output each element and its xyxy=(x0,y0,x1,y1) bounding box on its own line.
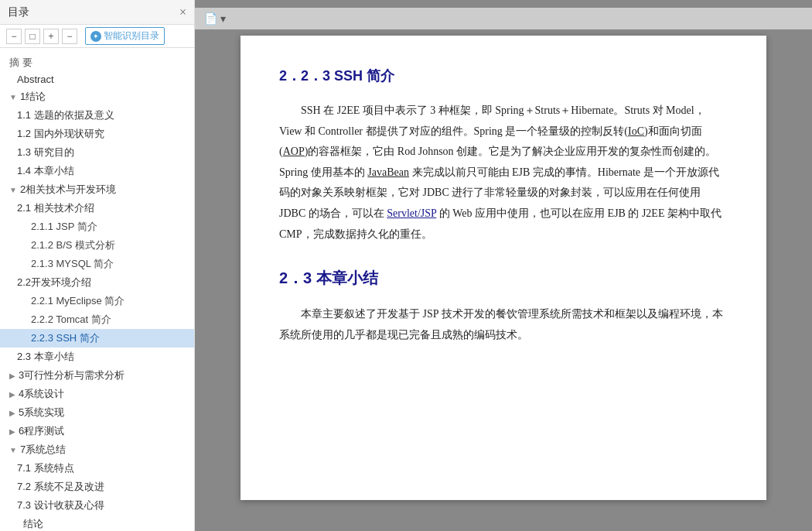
sidebar-header: 目录 × xyxy=(0,0,194,25)
section-heading-2-3: 2．3 本章小结 xyxy=(279,268,728,289)
main-content-area: 📄 ▾ 2．2．3 SSH 简介 SSH 在 J2EE 项目中表示了 3 种框架… xyxy=(195,0,812,531)
toolbar-btn-plus[interactable]: + xyxy=(43,29,59,44)
doc-icon-btn[interactable]: 📄 ▾ xyxy=(201,11,229,27)
toc-item-ch5[interactable]: ▶ 5系统实现 xyxy=(0,403,194,422)
toc-item-2-2[interactable]: 2.2开发环境介绍 xyxy=(0,273,194,292)
toolbar-btn-minus[interactable]: − xyxy=(6,29,22,44)
paragraph-2: 本章主要叙述了开发基于 JSP 技术开发的餐饮管理系统所需技术和框架以及编程环境… xyxy=(279,304,728,345)
toc-item-1-2[interactable]: 1.2 国内外现状研究 xyxy=(0,125,194,143)
toc-item-ch4[interactable]: ▶ 4系统设计 xyxy=(0,385,194,403)
toc-item-1-4[interactable]: 1.4 本章小结 xyxy=(0,162,194,180)
underline-ioc: IoC xyxy=(628,125,644,137)
underline-javabean: JavaBean xyxy=(367,166,409,178)
toc-item-ch2[interactable]: ▼ 2相关技术与开发环境 xyxy=(0,180,194,199)
chevron-down-icon-7: ▼ xyxy=(9,446,17,454)
toc-item-ch6[interactable]: ▶ 6程序测试 xyxy=(0,422,194,440)
toolbar-left: 📄 ▾ xyxy=(201,11,229,27)
toolbar-btn-box[interactable]: □ xyxy=(25,29,40,44)
chevron-down-icon-2: ▼ xyxy=(9,186,17,194)
toc-item-2-1-3[interactable]: 2.1.3 MYSQL 简介 xyxy=(0,255,194,273)
smart-toc-button[interactable]: ✦ 智能识别目录 xyxy=(85,27,165,45)
section-heading-2-2-3: 2．2．3 SSH 简介 xyxy=(279,67,728,85)
chevron-down-icon: ▼ xyxy=(9,93,17,101)
toc-item-2-2-3[interactable]: 2.2.3 SSH 简介 xyxy=(0,329,194,348)
sidebar: 目录 × − □ + − ✦ 智能识别目录 摘 要 Abstract ▼ 1结论… xyxy=(0,0,195,531)
chevron-right-icon-6: ▶ xyxy=(9,427,15,436)
highlight-servlet: Servlet/JSP xyxy=(387,207,436,219)
chevron-right-icon-4: ▶ xyxy=(9,390,15,399)
toc-item-2-1[interactable]: 2.1 相关技术介绍 xyxy=(0,199,194,218)
toc-item-conclusion[interactable]: 结论 xyxy=(0,515,194,531)
toc-content: 摘 要 Abstract ▼ 1结论 1.1 选题的依据及意义 1.2 国内外现… xyxy=(0,48,194,531)
toc-item-2-1-1[interactable]: 2.1.1 JSP 简介 xyxy=(0,218,194,236)
sidebar-toolbar: − □ + − ✦ 智能识别目录 xyxy=(0,25,194,48)
paragraph-1: SSH 在 J2EE 项目中表示了 3 种框架，即 Spring＋Struts＋… xyxy=(279,101,728,245)
toc-item-7-1[interactable]: 7.1 系统特点 xyxy=(0,459,194,478)
toc-item-1-1[interactable]: 1.1 选题的依据及意义 xyxy=(0,106,194,125)
doc-toolbar: 📄 ▾ xyxy=(195,8,812,29)
doc-page: 2．2．3 SSH 简介 SSH 在 J2EE 项目中表示了 3 种框架，即 S… xyxy=(241,36,766,500)
toc-item-abstract[interactable]: Abstract xyxy=(0,71,194,87)
chevron-right-icon-3: ▶ xyxy=(9,372,15,380)
close-icon[interactable]: × xyxy=(179,5,186,19)
chevron-right-icon-5: ▶ xyxy=(9,409,15,417)
smart-icon: ✦ xyxy=(90,31,101,42)
underline-aop: AOP xyxy=(283,146,305,157)
toc-item-2-3[interactable]: 2.3 本章小结 xyxy=(0,348,194,366)
toc-item-2-2-2[interactable]: 2.2.2 Tomcat 简介 xyxy=(0,310,194,329)
toc-item-2-1-2[interactable]: 2.1.2 B/S 模式分析 xyxy=(0,236,194,255)
sidebar-title: 目录 xyxy=(8,5,29,19)
toc-section-abstract: 摘 要 xyxy=(0,51,194,71)
toolbar-btn-collapse[interactable]: − xyxy=(62,29,77,44)
smart-toc-label: 智能识别目录 xyxy=(104,29,159,43)
toc-item-ch7[interactable]: ▼ 7系统总结 xyxy=(0,440,194,459)
toc-item-ch1[interactable]: ▼ 1结论 xyxy=(0,87,194,106)
toc-item-7-3[interactable]: 7.3 设计收获及心得 xyxy=(0,496,194,515)
toc-item-2-2-1[interactable]: 2.2.1 MyEclipse 简介 xyxy=(0,292,194,310)
toc-item-7-2[interactable]: 7.2 系统不足及改进 xyxy=(0,478,194,496)
toc-item-ch3[interactable]: ▶ 3可行性分析与需求分析 xyxy=(0,366,194,385)
toc-item-1-3[interactable]: 1.3 研究目的 xyxy=(0,143,194,162)
